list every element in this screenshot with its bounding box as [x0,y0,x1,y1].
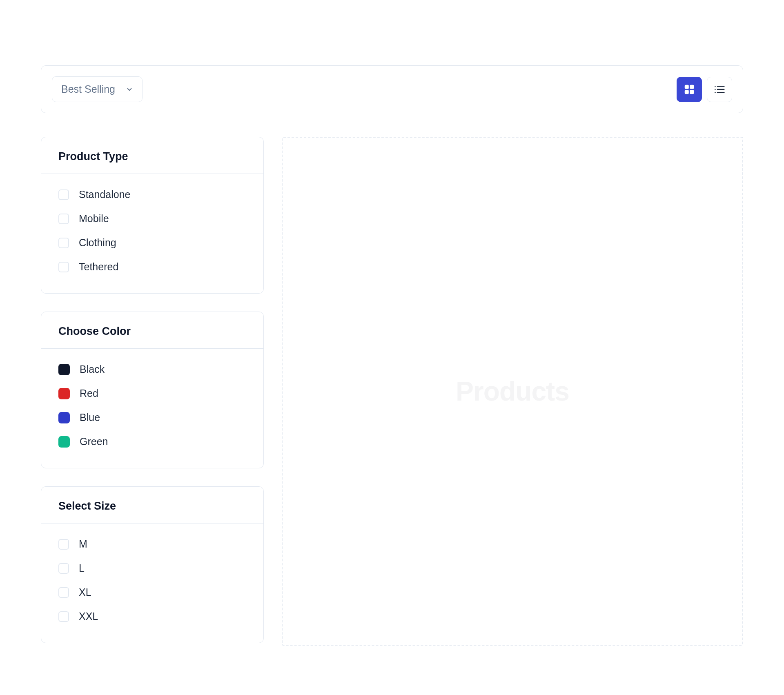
filter-label: Black [80,363,105,375]
svg-rect-0 [685,85,689,89]
products-placeholder: Products [456,376,569,407]
filter-label: Mobile [79,213,109,225]
filter-option-clothing[interactable]: Clothing [58,237,246,249]
filter-label: Green [80,436,108,448]
filter-choose-color: Choose Color Black Red Blue [41,312,264,468]
list-view-button[interactable] [707,77,732,102]
color-swatch-black [58,364,70,375]
grid-view-button[interactable] [677,77,702,102]
svg-point-7 [715,86,716,87]
filter-label: Clothing [79,237,116,249]
filter-label: Tethered [79,261,118,273]
filter-label: Red [80,388,98,399]
filter-option-mobile[interactable]: Mobile [58,213,246,225]
svg-point-9 [715,92,716,93]
filter-sidebar: Product Type Standalone Mobile Clothing [41,137,264,643]
filter-option-xl[interactable]: XL [58,586,246,598]
toolbar: Best Selling [41,65,743,113]
checkbox[interactable] [58,214,69,224]
view-toggles [677,77,732,102]
filter-option-red[interactable]: Red [58,388,246,399]
filter-option-standalone[interactable]: Standalone [58,189,246,200]
checkbox[interactable] [58,539,69,550]
filter-label: XL [79,586,91,598]
filter-label: Blue [80,412,100,423]
filter-title: Select Size [58,500,246,512]
filter-option-black[interactable]: Black [58,363,246,375]
filter-select-size: Select Size M L XL [41,486,264,643]
sort-dropdown[interactable]: Best Selling [52,76,143,102]
grid-icon [683,83,695,96]
sort-label: Best Selling [61,83,115,95]
svg-rect-1 [690,85,694,89]
filter-title: Product Type [58,150,246,163]
svg-rect-3 [690,90,694,94]
filter-option-l[interactable]: L [58,562,246,574]
filter-title: Choose Color [58,325,246,338]
filter-label: Standalone [79,189,131,200]
list-icon [713,83,726,96]
color-swatch-red [58,388,70,399]
checkbox[interactable] [58,611,69,622]
filter-option-green[interactable]: Green [58,436,246,448]
color-swatch-blue [58,412,70,423]
filter-label: L [79,562,85,574]
checkbox[interactable] [58,189,69,200]
filter-label: XXL [79,610,98,622]
svg-point-8 [715,89,716,90]
filter-label: M [79,538,87,550]
filter-option-tethered[interactable]: Tethered [58,261,246,273]
filter-product-type: Product Type Standalone Mobile Clothing [41,137,264,294]
checkbox[interactable] [58,587,69,598]
products-area: Products [282,137,743,646]
svg-rect-2 [685,90,689,94]
color-swatch-green [58,436,70,448]
checkbox[interactable] [58,563,69,574]
filter-option-xxl[interactable]: XXL [58,610,246,622]
chevron-down-icon [126,86,133,93]
checkbox[interactable] [58,262,69,272]
filter-option-m[interactable]: M [58,538,246,550]
checkbox[interactable] [58,238,69,248]
filter-option-blue[interactable]: Blue [58,412,246,423]
